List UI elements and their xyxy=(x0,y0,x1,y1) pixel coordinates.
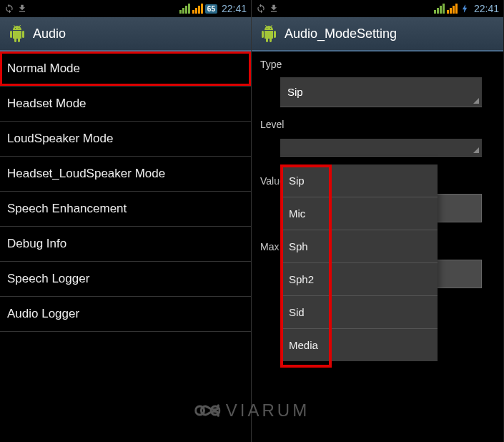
dropdown-option[interactable]: Sid xyxy=(280,296,438,329)
viarum-watermark: VIARUM xyxy=(194,401,310,421)
dropdown-option[interactable]: Mic xyxy=(280,197,438,230)
audio-menu-item[interactable]: Audio Logger xyxy=(0,297,251,332)
audio-menu-item[interactable]: Speech Logger xyxy=(0,262,251,297)
audio-menu-item[interactable]: Headset Mode xyxy=(0,87,251,122)
infinity-icon xyxy=(194,403,220,418)
status-time: 22:41 xyxy=(222,3,247,14)
android-icon xyxy=(9,25,26,42)
download-icon xyxy=(17,4,27,14)
audio-menu-item[interactable]: Debug Info xyxy=(0,227,251,262)
status-time: 22:41 xyxy=(474,3,499,14)
audio-menu-item[interactable]: Speech Enhancement xyxy=(0,192,251,227)
level-label: Level xyxy=(252,112,503,133)
type-dropdown: SipMicSphSph2SidMedia xyxy=(280,164,438,361)
dropdown-option[interactable]: Sph xyxy=(280,230,438,263)
mode-setting-form: Type Sip Level Value Max V SipMicSphSph2… xyxy=(252,51,503,442)
download-icon xyxy=(269,4,279,14)
page-title-left: Audio xyxy=(33,26,66,41)
sync-icon xyxy=(256,4,266,14)
signal-icon-1 xyxy=(179,4,190,14)
audio-menu-item[interactable]: Normal Mode xyxy=(0,51,251,87)
audio-menu-item[interactable]: LoudSpeaker Mode xyxy=(0,122,251,157)
title-bar-left: Audio xyxy=(0,17,251,51)
page-title-right: Audio_ModeSetting xyxy=(285,26,397,41)
svg-point-0 xyxy=(195,406,204,415)
level-spinner[interactable] xyxy=(280,139,482,157)
audio-menu-item[interactable]: Headset_LoudSpeaker Mode xyxy=(0,157,251,192)
dropdown-option[interactable]: Sip xyxy=(280,164,438,197)
phone-left: 65 22:41 Audio Normal ModeHeadset ModeLo… xyxy=(0,0,252,442)
android-icon xyxy=(260,25,277,42)
dropdown-option[interactable]: Sph2 xyxy=(280,263,438,296)
audio-menu-list: Normal ModeHeadset ModeLoudSpeaker ModeH… xyxy=(0,51,251,442)
watermark-text: VIARUM xyxy=(226,401,310,421)
sync-icon xyxy=(4,4,14,14)
battery-indicator: 65 xyxy=(205,4,217,14)
charging-icon xyxy=(460,4,470,14)
status-bar-right: 22:41 xyxy=(252,0,503,17)
signal-icon-2 xyxy=(447,4,458,14)
title-bar-right: Audio_ModeSetting xyxy=(252,17,503,51)
signal-icon-1 xyxy=(434,4,445,14)
signal-icon-2 xyxy=(192,4,203,14)
type-label: Type xyxy=(252,51,503,73)
dropdown-option[interactable]: Media xyxy=(280,329,438,361)
phone-right: 22:41 Audio_ModeSetting Type Sip Level V… xyxy=(252,0,503,442)
status-bar-left: 65 22:41 xyxy=(0,0,251,17)
type-spinner[interactable]: Sip xyxy=(280,77,482,107)
